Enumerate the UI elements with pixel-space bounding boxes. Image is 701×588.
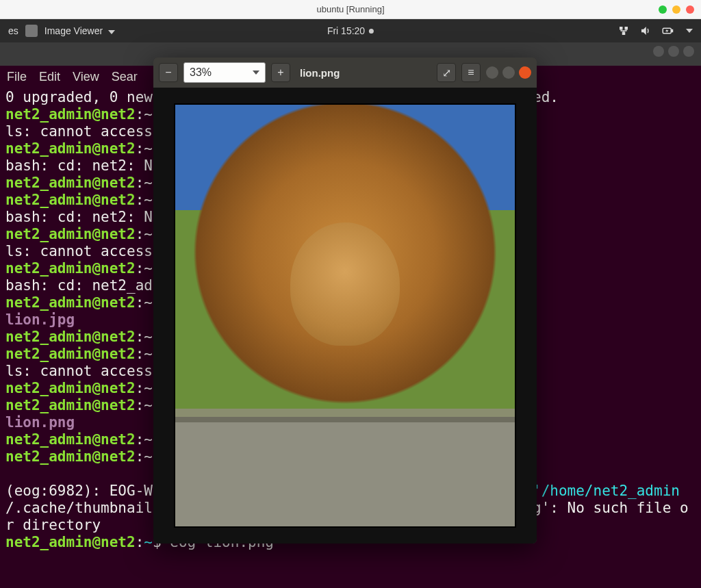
gnome-top-left: es Image Viewer [8,25,115,37]
hamburger-icon: ≡ [468,66,474,79]
terminal-menu-search-cut[interactable]: Sear [112,70,138,85]
host-minimize-button[interactable] [659,5,667,14]
terminal-line-left: lion.jpg [5,311,75,328]
terminal-line-left: bash: cd: net2: N [5,157,153,174]
terminal-line-left: bash: cd: net2_ad [5,277,153,294]
gnome-status-area[interactable] [617,25,693,37]
network-icon [617,25,630,37]
terminal-line-right: g': No such file o [533,500,689,517]
zoom-level-label: 33% [190,66,212,79]
status-chevron-down-icon [686,29,693,33]
zoom-in-button[interactable]: + [271,63,290,82]
terminal-line-right: '/home/net2_admin [533,483,680,500]
terminal-line-left: net2_admin@net2:~ [5,260,153,277]
terminal-close-button[interactable] [683,46,694,57]
terminal-line-left: net2_admin@net2:~ [5,380,153,396]
gnome-app-menu[interactable]: Image Viewer [44,25,115,36]
host-window-title: ubuntu [Running] [316,4,384,14]
gnome-app-menu-label: Image Viewer [44,25,103,36]
zoom-out-button[interactable]: − [159,63,178,82]
terminal-line-left: 0 upgraded, 0 new [5,89,153,105]
terminal-line-left: lion.png [5,414,75,431]
image-viewer-canvas[interactable] [153,88,537,544]
terminal-minimize-button[interactable] [653,46,664,57]
image-viewer-header: − 33% + lion.png ⤢ ≡ [153,57,537,88]
image-viewer-maximize-button[interactable] [502,66,515,79]
terminal-line-left: ls: cannot access [5,363,153,379]
gnome-clock-label: Fri 15:20 [327,25,365,36]
app-icon [25,25,38,37]
terminal-line-left: net2_admin@net2:~ [5,448,153,465]
terminal-line-left: net2_admin@net2:~ [5,397,153,413]
terminal-line-left: net2_admin@net2:~ [5,226,153,242]
svg-rect-0 [620,27,623,30]
image-viewer-window: − 33% + lion.png ⤢ ≡ [153,57,537,544]
terminal-maximize-button[interactable] [668,46,679,57]
svg-rect-1 [625,27,628,30]
fullscreen-button[interactable]: ⤢ [437,63,456,82]
chevron-down-icon [108,30,115,34]
terminal-line-left: bash: cd: net2: N [5,209,153,225]
chevron-down-icon [253,71,259,75]
battery-icon [661,25,674,37]
terminal-line-left: /.cache/thumbnail [5,500,153,516]
terminal-menu-file[interactable]: File [7,70,27,85]
terminal-line-left: net2_admin@net2:~ [5,294,153,311]
terminal-line-left: net2_admin@net2:~ [5,192,153,208]
svg-rect-4 [672,30,673,32]
terminal-line-left: ls: cannot access [5,243,153,259]
host-window-controls [659,5,694,14]
terminal-menu-view[interactable]: View [73,70,99,85]
terminal-line-left: net2_admin@net2:~ [5,106,153,123]
gnome-clock[interactable]: Fri 15:20 [327,25,374,36]
terminal-line-left: net2_admin@net2:~ [5,140,153,157]
host-window-titlebar: ubuntu [Running] [0,0,701,19]
svg-rect-2 [622,32,626,36]
terminal-line-left: net2_admin@net2:~ [5,346,153,362]
image-viewer-close-button[interactable] [519,66,531,79]
notification-dot-icon [369,29,374,34]
terminal-line-left: ls: cannot access [5,123,153,140]
plus-icon: + [277,66,283,79]
host-close-button[interactable] [686,5,694,14]
displayed-image [174,103,516,528]
image-content-placeholder [175,417,515,526]
fullscreen-icon: ⤢ [442,66,451,79]
terminal-menu-edit[interactable]: Edit [39,70,60,85]
image-viewer-minimize-button[interactable] [486,66,498,79]
terminal-line-left: net2_admin@net2:~ [5,175,153,191]
zoom-level-dropdown[interactable]: 33% [183,62,266,83]
image-viewer-filename: lion.png [296,67,431,79]
terminal-line-left: (eog:6982): EOG-W [5,483,153,499]
volume-icon [639,25,652,37]
minus-icon: − [165,66,171,79]
terminal-line-left: net2_admin@net2:~ [5,329,153,345]
gnome-top-truncated-label: es [8,25,18,36]
gnome-top-bar: es Image Viewer Fri 15:20 [0,19,701,42]
terminal-window-controls [653,46,694,57]
hamburger-menu-button[interactable]: ≡ [461,63,481,82]
terminal-line-left: net2_admin@net2:~ [5,431,153,448]
terminal-line-left: r directory [5,517,101,533]
host-zoom-button[interactable] [672,5,680,14]
image-content-placeholder [290,222,400,346]
image-viewer-window-controls [486,66,531,79]
